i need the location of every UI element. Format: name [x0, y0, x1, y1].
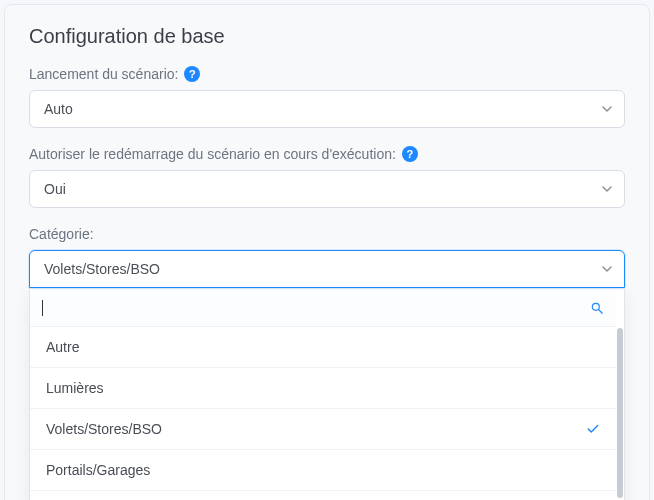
check-icon [586, 422, 600, 436]
option-label: Portails/Garages [46, 462, 150, 478]
category-label-row: Catégorie: [29, 226, 625, 242]
option-label: Autre [46, 339, 79, 355]
option-label: Volets/Stores/BSO [46, 421, 162, 437]
svg-line-1 [599, 310, 603, 314]
category-option[interactable]: Autre [30, 327, 616, 368]
restart-label: Autoriser le redémarrage du scénario en … [29, 146, 396, 162]
chevron-down-icon [602, 266, 612, 272]
category-dropdown-wrap: AutreLumièresVolets/Stores/BSOPortails/G… [29, 290, 625, 500]
config-panel: Configuration de base Lancement du scéna… [4, 4, 650, 500]
restart-label-row: Autoriser le redémarrage du scénario en … [29, 146, 625, 162]
category-select[interactable]: Volets/Stores/BSO [29, 250, 625, 288]
launch-label: Lancement du scénario: [29, 66, 178, 82]
panel-title: Configuration de base [29, 25, 625, 48]
search-icon[interactable] [590, 301, 604, 315]
launch-select[interactable]: Auto [29, 90, 625, 128]
help-icon[interactable]: ? [184, 66, 200, 82]
category-option[interactable]: Lumières [30, 368, 616, 409]
restart-value: Oui [44, 181, 66, 197]
category-label: Catégorie: [29, 226, 94, 242]
dropdown-search-input[interactable] [43, 298, 590, 318]
category-dropdown: AutreLumièresVolets/Stores/BSOPortails/G… [29, 290, 625, 500]
chevron-down-icon [602, 106, 612, 112]
launch-value: Auto [44, 101, 73, 117]
launch-label-row: Lancement du scénario: ? [29, 66, 625, 82]
restart-select[interactable]: Oui [29, 170, 625, 208]
dropdown-inner: AutreLumièresVolets/Stores/BSOPortails/G… [30, 290, 616, 500]
svg-point-0 [592, 303, 599, 310]
category-value: Volets/Stores/BSO [44, 261, 160, 277]
scroll-thumb[interactable] [617, 328, 623, 498]
category-option[interactable]: Ambiance [30, 491, 616, 500]
help-icon[interactable]: ? [402, 146, 418, 162]
dropdown-scrollbar[interactable] [616, 290, 624, 500]
option-label: Lumières [46, 380, 104, 396]
category-option[interactable]: Volets/Stores/BSO [30, 409, 616, 450]
dropdown-search-row [30, 290, 616, 327]
category-option[interactable]: Portails/Garages [30, 450, 616, 491]
chevron-down-icon [602, 186, 612, 192]
